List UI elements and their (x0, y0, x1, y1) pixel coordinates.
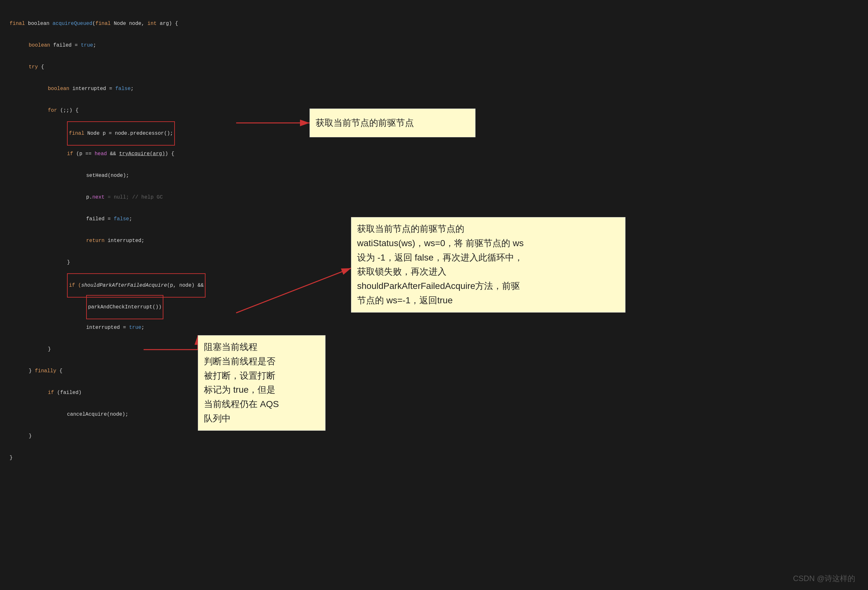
code-line-line13: if (shouldParkAfterFailedAcquire(p, node… (10, 273, 278, 295)
watermark: CSDN @诗这样的 (793, 574, 855, 584)
code-line-line5: for (;;) { (10, 100, 278, 121)
code-line-line12: } (10, 251, 278, 273)
code-line-line8: setHead(node); (10, 165, 278, 186)
code-line-line9: p.next = null; // help GC (10, 186, 278, 208)
code-line-line14: parkAndCheckInterrupt()) (10, 295, 278, 317)
annotation-1: 获取当前节点的前驱节点 (310, 109, 475, 137)
code-line-line2: boolean failed = true; (10, 34, 278, 56)
code-line-line10: failed = false; (10, 208, 278, 230)
code-line-line1: final boolean acquireQueued(final Node n… (10, 13, 278, 34)
code-line-line7: if (p == head && tryAcquire(arg)) { (10, 143, 278, 165)
annotation-3: 阻塞当前线程判断当前线程是否被打断，设置打断标记为 true，但是当前线程仍在 … (198, 335, 326, 431)
code-line-line11: return interrupted; (10, 230, 278, 251)
code-line-line6: final Node p = node.predecessor(); (10, 121, 278, 143)
annotation-2: 获取当前节点的前驱节点的watiStatus(ws)，ws=0，将 前驱节点的 … (351, 217, 626, 312)
code-line-line21: } (10, 447, 278, 469)
code-line-line3: try { (10, 56, 278, 78)
code-line-line4: boolean interrupted = false; (10, 78, 278, 100)
code-area: final boolean acquireQueued(final Node n… (0, 0, 287, 590)
